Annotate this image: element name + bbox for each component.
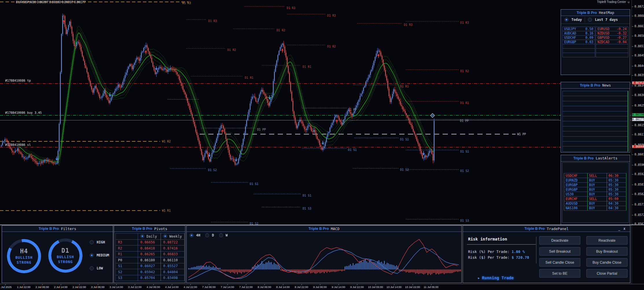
window-splitter[interactable] [0, 225, 644, 225]
risk-pct-value: 1.00 % [512, 249, 525, 254]
order-sl-label: #1788410086 sl [5, 143, 31, 146]
low-filter-radio[interactable]: LOW [90, 266, 103, 270]
pivot-row: S20.859420.84804 [116, 269, 185, 275]
alert-cell: 05:30 [607, 192, 626, 197]
news-row [562, 116, 628, 121]
price-mark: 0.86198 [632, 113, 644, 116]
brand-label: Triple B Pro [580, 83, 600, 87]
heatmap-cell [596, 53, 628, 57]
price-tick: 0.86680 [634, 14, 644, 17]
trading-terminal: EURGBP,M30 0.86097 0.86180 0.86097 0.861… [0, 0, 644, 290]
buy-breakout-button[interactable]: Buy Breakout [586, 247, 628, 256]
alert-cell: BUY [588, 183, 607, 187]
smiley-icon: ☺ [627, 0, 630, 3]
macd-w-radio[interactable] [219, 233, 223, 237]
high-filter-radio[interactable]: HIGH [90, 240, 105, 244]
news-row [562, 137, 628, 142]
filters-header: Triple B Pro Filters [2, 226, 113, 232]
time-label: 9 Jul 22:00 [350, 285, 364, 289]
reactivate-button[interactable]: Reactivate [586, 236, 628, 245]
medium-filter-radio[interactable]: MEDIUM [90, 253, 109, 257]
news-row [562, 126, 628, 131]
alert-cell: 04:30 [607, 201, 626, 206]
last7days-radio-label[interactable]: Last 7 days [595, 18, 618, 22]
minimize-icon[interactable]: _ [618, 227, 620, 231]
d1-gauge-state1: BULLISH [57, 255, 74, 259]
time-label: 8 Jul 22:00 [295, 285, 308, 289]
alert-cell: BUY [588, 206, 607, 210]
macd-d-label[interactable]: D [212, 233, 214, 237]
alert-cell: 05:30 [607, 178, 626, 183]
heatmap-cell: EURUSD-0.24 [596, 27, 628, 31]
time-label: 1 Jul 2025 [0, 285, 12, 289]
alert-cell: SELL [588, 197, 607, 201]
brand-label: Triple B Pro [577, 11, 597, 15]
alert-cell: BUY [588, 201, 607, 206]
today-radio[interactable] [564, 18, 568, 22]
alert-cell: NAS100 [564, 206, 588, 210]
close-icon[interactable]: x [623, 227, 625, 231]
time-label: 2 Jul 06:00 [36, 285, 49, 289]
macd-w-label[interactable]: W [226, 233, 228, 237]
expand-icon: ▶ [478, 276, 480, 280]
set-to-be-button[interactable]: Set to BE [539, 269, 580, 278]
price-tick: 0.86725 [634, 5, 644, 8]
tradepanel-title: TradePanel [547, 227, 568, 231]
heatmap-cell: USDCHF0.09 [563, 36, 595, 40]
heatmap-cell [596, 49, 628, 53]
alert-cell: USDCHF [564, 173, 588, 178]
risk-pct-line: Risk (%) Per Trade: 1.00 % [468, 249, 525, 254]
time-label: 10 Jul 22:00 [405, 285, 420, 289]
heatmap-title: HeatMap [599, 10, 614, 15]
news-row [562, 96, 628, 101]
filters-panel: Triple B Pro Filters H4 BULLISH STRONG D… [2, 225, 113, 283]
macd-4h-radio[interactable] [189, 233, 194, 237]
sell-candle-close-button[interactable]: Sell Candle Close [539, 258, 580, 267]
heatmap-cell: NZDUSD-0.32 [596, 31, 628, 36]
news-row [562, 142, 628, 146]
today-radio-label[interactable]: Today [571, 18, 582, 22]
sell-breakout-button[interactable]: Sell Breakout [539, 247, 580, 256]
last7days-radio[interactable] [588, 18, 592, 22]
time-label: 1 Jul 22:00 [17, 285, 30, 289]
alert-cell: 05:00 [607, 197, 626, 201]
pivot-row: R10.862650.86833 [116, 251, 185, 257]
news-row [562, 111, 628, 116]
lastalerts-header: Triple B Pro LastAlerts [561, 155, 630, 161]
price-tick: 0.86585 [634, 34, 644, 37]
running-trade-toggle[interactable]: ▶ Running Trade [478, 276, 514, 280]
time-label: 10 Jul 06:00 [368, 285, 383, 289]
time-label: 8 Jul 06:00 [258, 285, 271, 289]
time-label: 7 Jul 14:00 [221, 285, 234, 289]
broker-title-text: TripleB Trading Center [597, 0, 626, 3]
h4-gauge: H4 BULLISH STRONG [7, 239, 41, 273]
pivot-row: P00.861800.86110 [116, 257, 185, 263]
heatmap-cell [563, 53, 595, 57]
brand-label: Triple B Pro [39, 227, 59, 231]
price-scale[interactable]: 0.867250.866800.866300.865850.865350.864… [632, 0, 644, 284]
time-label: 11 Jul 06:00 [424, 285, 438, 289]
close-partial-button[interactable]: Close Partial [586, 269, 628, 278]
time-label: 9 Jul 06:00 [313, 285, 327, 289]
price-tick: 0.86300 [634, 93, 644, 97]
risk-usd-value: $ 720.78 [512, 255, 529, 260]
pivots-title: Pivots [154, 227, 167, 231]
news-title: News [602, 83, 611, 87]
time-label: 3 Jul 22:00 [128, 285, 141, 289]
heatmap-cell [596, 44, 628, 49]
pivot-row: S30.857040.83498 [116, 275, 185, 281]
price-tick: 0.86395 [634, 74, 644, 77]
deactivate-button[interactable]: Deactivate [539, 236, 580, 245]
price-tick: 0.85775 [634, 203, 644, 206]
macd-plot-canvas[interactable] [187, 226, 461, 283]
time-label: 4 Jul 14:00 [165, 285, 179, 289]
macd-4h-label[interactable]: 4H [196, 233, 200, 237]
price-tick: 0.86630 [634, 25, 644, 28]
time-axis[interactable]: 1 Jul 20251 Jul 22:002 Jul 06:002 Jul 14… [0, 284, 644, 290]
news-row [562, 121, 628, 126]
macd-d-radio[interactable] [205, 233, 209, 237]
lastalerts-title: LastAlerts [596, 156, 617, 160]
buy-candle-close-button[interactable]: Buy Candle Close [586, 258, 628, 267]
alert-cell: BUY [588, 192, 607, 197]
time-label: 3 Jul 14:00 [110, 285, 123, 289]
